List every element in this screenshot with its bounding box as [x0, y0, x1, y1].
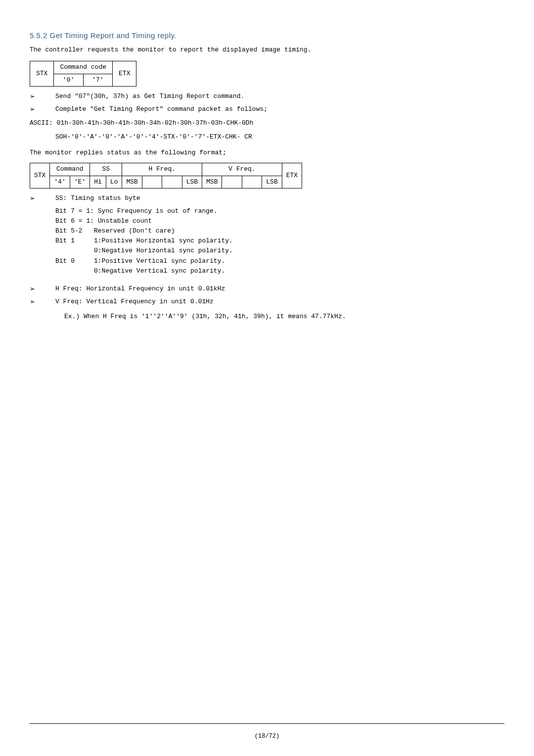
cell-hi: Hi: [90, 176, 106, 188]
cell-stx: STX: [30, 61, 54, 86]
cell-lsb2: LSB: [262, 176, 282, 188]
bit1a-line: Bit 1 1:Positive Horizontal sync polarit…: [55, 236, 504, 246]
bullet-icon: ➢: [30, 104, 55, 114]
cell-4: '4': [50, 176, 70, 188]
cell-hfreq: H Freq.: [122, 163, 202, 176]
bullet1-text: Send "07"(30h, 37h) as Get Timing Report…: [55, 92, 504, 101]
cell-cmd-header: Command code: [54, 61, 113, 74]
soh-line: SOH-'0'-'A'-'0'-'A'-'0'-'4'-STX-'0'-'7'-…: [55, 132, 504, 142]
intro-text: The controller requests the monitor to r…: [30, 45, 504, 55]
bit7-line: Bit 7 = 1: Sync Frequency is out of rang…: [55, 206, 504, 216]
cell-vf2: [222, 176, 242, 188]
cell-E: 'E': [70, 176, 89, 188]
bit1b-line: 0:Negative Horizontal sync polarity.: [55, 246, 504, 256]
cell-stx2: STX: [30, 163, 50, 188]
cell-lo: Lo: [106, 176, 122, 188]
vfreq-desc: V Freq: Vertical Frequency in unit 0.01H…: [55, 297, 504, 307]
cell-c7: '7': [83, 74, 112, 86]
bit0b-line: 0:Negative Vertical sync polarity.: [55, 266, 504, 276]
cell-etx: ETX: [113, 61, 136, 86]
bit52-line: Bit 5-2 Reserved (Don't care): [55, 226, 504, 236]
cell-vf3: [242, 176, 262, 188]
cell-msb1: MSB: [122, 176, 142, 188]
bit6-line: Bit 6 = 1: Unstable count: [55, 216, 504, 226]
cell-ss: SS: [90, 163, 122, 176]
bullet-icon: ➢: [30, 193, 55, 203]
example-line: Ex.) When H Freq is '1''2''A''9' (31h, 3…: [64, 312, 504, 322]
cell-hf2: [142, 176, 162, 188]
cell-lsb1: LSB: [182, 176, 202, 188]
reply-sentence: The monitor replies status as the follow…: [30, 148, 504, 158]
section-heading: 5.5.2 Get Timing Report and Timing reply…: [30, 30, 504, 41]
bullet2-text: Complete "Get Timing Report" command pac…: [55, 104, 504, 114]
bullet-icon: ➢: [30, 92, 55, 101]
cell-msb2: MSB: [202, 176, 222, 188]
command-code-table: STX Command code ETX '0' '7': [30, 61, 136, 86]
cell-hf3: [162, 176, 182, 188]
cell-command: Command: [50, 163, 90, 176]
cell-etx2: ETX: [282, 163, 302, 188]
cell-vfreq: V Freq.: [202, 163, 282, 176]
ss-label: SS: Timing status byte: [55, 193, 504, 203]
ascii-line: ASCII: 01h-30h-41h-30h-41h-30h-34h-02h-3…: [30, 118, 504, 128]
bit0a-line: Bit 0 1:Positive Vertical sync polarity.: [55, 256, 504, 266]
reply-format-table: STX Command SS H Freq. V Freq. ETX '4' '…: [30, 163, 302, 188]
bullet-icon: ➢: [30, 297, 55, 307]
hfreq-desc: H Freq: Horizontal Frequency in unit 0.0…: [55, 284, 504, 294]
bullet-icon: ➢: [30, 284, 55, 294]
cell-c0: '0': [54, 74, 83, 86]
